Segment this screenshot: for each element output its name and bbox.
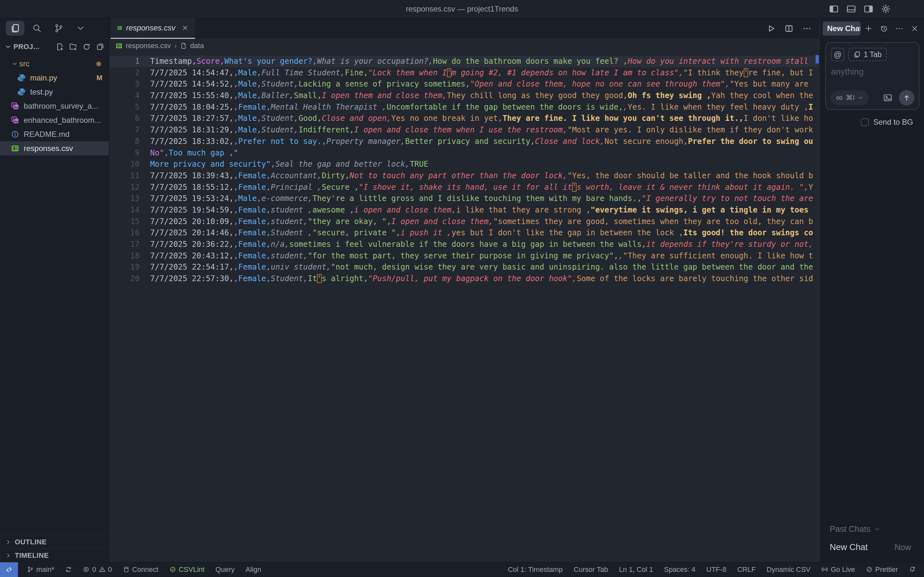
collapse-folders-icon[interactable] <box>96 43 104 51</box>
breadcrumb-separator: › <box>174 41 177 50</box>
chat-tab[interactable]: New Chat <box>822 21 861 35</box>
past-chats-toggle[interactable]: Past Chats <box>819 524 924 534</box>
status-git-branch[interactable]: main* <box>27 566 54 574</box>
chat-panel: New Chat @ 1 Tab anything ∞ ⌘I <box>819 18 924 562</box>
attach-image-button[interactable] <box>883 93 893 103</box>
chevron-down-icon[interactable] <box>5 43 11 50</box>
editor-more-button[interactable] <box>803 24 811 33</box>
tab-responses-csv[interactable]: responses.csv <box>111 18 195 39</box>
more-views-icon <box>76 23 86 33</box>
tree-item-file-bathroom-survey[interactable]: bathroom_survey_a... <box>0 99 109 113</box>
problems-icon <box>83 566 89 573</box>
tree-item-file-responses-csv[interactable]: responses.csv <box>0 141 109 155</box>
prettier-icon <box>866 566 873 573</box>
status-csvlint[interactable]: CSVLint <box>170 566 205 574</box>
line-number: 1 <box>109 56 140 67</box>
toggle-right-panel-button[interactable] <box>864 4 873 14</box>
status-notifications[interactable] <box>909 566 916 573</box>
status-encoding[interactable]: UTF-8 <box>706 566 726 574</box>
status-go-live[interactable]: Go Live <box>821 566 855 574</box>
source-control-icon <box>54 23 63 33</box>
new-chat-button[interactable] <box>864 24 873 33</box>
status-align[interactable]: Align <box>246 566 261 574</box>
status-cursor-tab[interactable]: Cursor Tab <box>573 566 608 574</box>
tree-item-file-enhanced-bathroom[interactable]: enhanced_bathroom... <box>0 113 109 127</box>
refresh-explorer-icon[interactable] <box>82 43 91 51</box>
chat-input-placeholder: anything <box>831 67 914 77</box>
line-number: 3 <box>109 79 140 90</box>
code-editor[interactable]: 1Timestamp,Score,What's your gender?,Wha… <box>109 53 819 562</box>
chevron-right-icon <box>5 539 11 545</box>
chat-close-icon <box>911 24 919 33</box>
line-number: 19 <box>109 261 140 273</box>
toggle-bottom-panel-button[interactable] <box>846 4 856 14</box>
file-icon <box>180 42 187 49</box>
line-number: 5 <box>109 102 140 113</box>
chat-input-box[interactable]: @ 1 Tab anything ∞ ⌘I <box>825 42 919 110</box>
python-file-icon <box>17 74 26 82</box>
section-outline[interactable]: OUTLINE <box>0 535 109 548</box>
toggle-right-panel-icon <box>864 4 873 14</box>
scrollbar-thumb[interactable] <box>816 55 819 63</box>
status-indentation[interactable]: Spaces: 4 <box>664 566 696 574</box>
chat-history-item[interactable]: New Chat Now <box>819 534 924 562</box>
chat-more-button[interactable] <box>895 24 903 33</box>
status-cursor-position[interactable]: Ln 1, Col 1 <box>619 566 653 574</box>
send-to-bg-checkbox[interactable] <box>861 118 869 126</box>
code-line: 147/7/2025 19:54:59,,Female,student ,awe… <box>109 205 819 216</box>
editor-group: responses.csv responses.csv › data 1Time… <box>109 18 819 562</box>
status-bar: main*00ConnectCSVLintQueryAlign Col 1: T… <box>0 562 924 577</box>
status-eol[interactable]: CRLF <box>737 566 756 574</box>
line-number: 13 <box>109 193 140 205</box>
breadcrumb-node[interactable]: data <box>190 42 204 50</box>
line-number: 20 <box>109 273 140 285</box>
new-folder-icon[interactable] <box>69 43 78 51</box>
line-number: 17 <box>109 239 140 250</box>
mention-button[interactable]: @ <box>831 48 845 61</box>
settings-button[interactable] <box>881 4 891 14</box>
status-prettier[interactable]: Prettier <box>866 566 898 574</box>
split-editor-button[interactable] <box>784 24 793 33</box>
image-file-icon <box>11 102 19 110</box>
chevron-right-icon <box>5 552 11 559</box>
sidebar: PROJ... srcmain.pyMtest.pybathroom_surve… <box>0 18 109 562</box>
activity-explorer[interactable] <box>6 21 24 35</box>
chat-header-actions <box>864 24 919 33</box>
code-line: 37/7/2025 14:54:52,,Male,Student,Lacking… <box>109 79 819 90</box>
status-language-mode[interactable]: Dynamic CSV <box>766 566 811 574</box>
breadcrumb[interactable]: responses.csv › data <box>109 39 819 53</box>
chat-close-button[interactable] <box>911 24 919 33</box>
section-timeline[interactable]: TIMELINE <box>0 548 109 562</box>
arrow-up-icon <box>903 94 911 102</box>
context-chip[interactable]: 1 Tab <box>848 48 887 61</box>
tree-item-file-main-py[interactable]: main.pyM <box>0 71 109 85</box>
workbench: PROJ... srcmain.pyMtest.pybathroom_surve… <box>0 18 924 562</box>
close-icon[interactable] <box>182 24 189 31</box>
git-branch-icon <box>27 566 34 573</box>
remote-indicator[interactable] <box>0 562 18 577</box>
activity-bar <box>0 18 109 39</box>
status-sync-changes[interactable] <box>65 566 72 573</box>
status-csv-column[interactable]: Col 1: Timestamp <box>508 566 563 574</box>
activity-more-views[interactable] <box>71 21 90 35</box>
chat-history-button[interactable] <box>880 24 888 33</box>
line-number: 8 <box>109 136 140 147</box>
run-file-button[interactable] <box>766 24 775 33</box>
line-number: 6 <box>109 113 140 124</box>
status-query[interactable]: Query <box>215 566 234 574</box>
send-button[interactable] <box>899 90 914 105</box>
activity-search[interactable] <box>27 21 46 35</box>
status-sql-connect[interactable]: Connect <box>123 566 158 574</box>
tree-item-file-readme[interactable]: README.md <box>0 127 109 141</box>
status-problems[interactable]: 00 <box>83 566 112 574</box>
tree-item-folder-src[interactable]: src <box>0 57 109 71</box>
activity-source-control[interactable] <box>49 21 68 35</box>
new-file-icon[interactable] <box>55 43 64 51</box>
csv-file-icon <box>11 144 19 153</box>
chevron-down-icon <box>874 526 880 532</box>
model-mode-selector[interactable]: ∞ ⌘I <box>830 90 869 105</box>
toggle-left-panel-button[interactable] <box>829 4 838 14</box>
tree-item-file-test-py[interactable]: test.py <box>0 85 109 99</box>
breadcrumb-file[interactable]: responses.csv <box>126 42 171 50</box>
code-line: 1Timestamp,Score,What's your gender?,Wha… <box>109 56 819 67</box>
